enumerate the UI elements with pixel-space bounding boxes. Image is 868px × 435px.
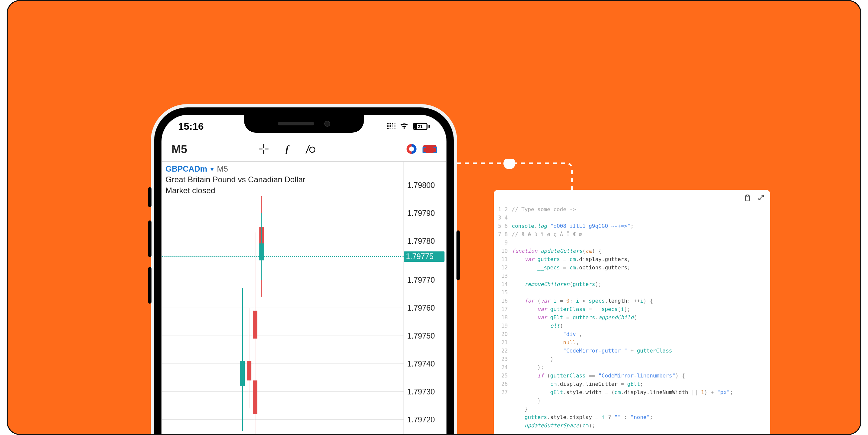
svg-point-2	[390, 123, 391, 125]
phone-frame: 15:16 21 M5	[151, 104, 457, 435]
svg-point-11	[392, 128, 394, 129]
code-editor-card: 1 2 3 4 5 6 7 8 9 10 11 12 13 14 15 16 1…	[494, 190, 770, 435]
svg-point-5	[387, 125, 389, 127]
svg-point-1	[387, 123, 389, 125]
svg-point-3	[392, 123, 394, 125]
svg-point-13	[310, 147, 315, 152]
svg-point-8	[394, 125, 396, 127]
axis-tick: 1.79750	[407, 332, 446, 340]
price-axis[interactable]: 1.798001.797901.797801.797701.797601.797…	[404, 162, 446, 435]
axis-tick: 1.79720	[407, 415, 446, 424]
phone-side-button	[457, 231, 460, 280]
chart-header: GBPCADm ▼ M5 Great Britain Pound vs Cana…	[165, 164, 305, 196]
axis-tick: 1.79770	[407, 276, 446, 285]
crosshair-tool[interactable]	[257, 142, 270, 156]
objects-tool[interactable]	[304, 142, 317, 156]
phone-notch	[244, 115, 364, 133]
svg-point-4	[394, 123, 396, 125]
phone-side-button	[148, 267, 152, 304]
expand-icon[interactable]	[758, 195, 764, 203]
axis-tick: 1.79740	[407, 360, 446, 368]
phone-side-button	[148, 221, 152, 257]
svg-point-12	[394, 128, 396, 129]
axis-tick: 1.79730	[407, 388, 446, 396]
chart-symbol[interactable]: GBPCADm	[165, 164, 207, 173]
phone-side-button	[148, 187, 152, 207]
wifi-icon	[400, 122, 409, 131]
market-status: Market closed	[165, 185, 305, 196]
status-time: 15:16	[178, 121, 204, 132]
chart-description: Great Britain Pound vs Canadian Dollar	[165, 174, 305, 185]
svg-rect-15	[746, 195, 748, 196]
chevron-down-icon[interactable]: ▼	[210, 167, 215, 172]
link-icon[interactable]	[423, 145, 436, 153]
clipboard-icon[interactable]	[744, 195, 751, 203]
chart-timeframe: M5	[217, 164, 228, 173]
svg-point-7	[392, 125, 394, 127]
svg-point-0	[503, 159, 516, 169]
phone-screen: 15:16 21 M5	[161, 115, 446, 435]
axis-tick: 1.79790	[407, 209, 446, 218]
svg-point-10	[390, 128, 391, 129]
current-price-tag: 1.79775	[404, 252, 444, 262]
code-gutter: 1 2 3 4 5 6 7 8 9 10 11 12 13 14 15 16 1…	[498, 205, 508, 396]
chart-area[interactable]: GBPCADm ▼ M5 Great Britain Pound vs Cana…	[162, 162, 404, 435]
code-body[interactable]: // Type some code -> console.log "oO08 i…	[512, 205, 764, 430]
battery-icon: 21	[413, 123, 430, 130]
svg-point-9	[387, 128, 389, 129]
axis-tick: 1.79780	[407, 237, 446, 246]
axis-tick: 1.79760	[407, 304, 446, 313]
cellular-icon	[387, 122, 396, 130]
axis-tick: 1.79800	[407, 181, 446, 190]
function-tool[interactable]: f	[280, 142, 294, 156]
timeframe-selector[interactable]: M5	[172, 143, 187, 156]
broker-icon[interactable]	[406, 144, 416, 154]
svg-point-6	[390, 125, 391, 127]
chart-toolbar: M5 f	[161, 138, 446, 161]
canvas: 15:16 21 M5	[7, 0, 861, 435]
chart-wrap: GBPCADm ▼ M5 Great Britain Pound vs Cana…	[162, 161, 446, 435]
